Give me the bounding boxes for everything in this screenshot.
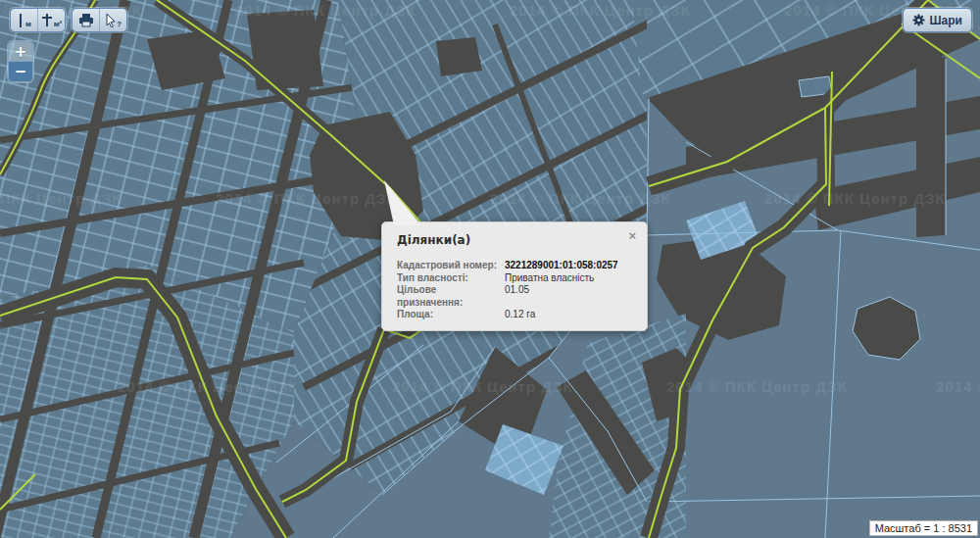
identify-button[interactable]: ? — [99, 9, 126, 31]
svg-text:2014 © ПКК Центр ДЗК: 2014 © ПКК Центр ДЗК — [392, 378, 573, 395]
field-value: 01.05 — [505, 284, 529, 309]
svg-text:2014 © ПКК Центр ДЗК: 2014 © ПКК Центр ДЗК — [490, 190, 671, 207]
field-value: 3221289001:01:058:0257 — [505, 260, 618, 272]
identify-question-mark: ? — [117, 20, 122, 28]
tools-button-group: ? — [72, 8, 127, 32]
svg-text:2014 © ПКК Центр ДЗК: 2014 © ПКК Центр ДЗК — [510, 2, 691, 19]
zoom-out-button[interactable]: − — [8, 62, 33, 82]
measure-length-button[interactable]: м — [11, 9, 37, 31]
scale-indicator: Масштаб = 1 : 8531 — [869, 520, 978, 536]
field-value: 0.12 га — [505, 309, 535, 321]
field-row: Тип власності: Приватна власність — [397, 272, 633, 285]
popup-pointer — [376, 174, 427, 229]
measure-button-group: м м² — [10, 8, 66, 32]
layers-button[interactable]: Шари — [903, 8, 972, 32]
print-button[interactable] — [73, 9, 99, 31]
field-label: Тип власності: — [397, 272, 505, 285]
ruler-area-icon — [41, 13, 53, 28]
zoom-in-button[interactable]: + — [8, 41, 33, 62]
field-row: Цільове призначення: 01.05 — [397, 284, 633, 309]
svg-text:2014 © ПКК Центр ДЗК: 2014 © ПКК Центр ДЗК — [666, 378, 848, 395]
field-row: Кадастровий номер: 3221289001:01:058:025… — [397, 260, 633, 272]
svg-text:2014 © ПКК Центр ДЗК: 2014 © ПКК Центр ДЗК — [118, 378, 299, 395]
ruler-length-icon — [17, 13, 24, 28]
popup-title: Ділянки(а) — [397, 233, 633, 247]
measure-area-button[interactable]: м² — [37, 9, 65, 31]
svg-text:2014 © ПКК Центр ДЗК: 2014 © ПКК Центр ДЗК — [764, 190, 946, 207]
svg-text:2014 © ПКК Центр ДЗК: 2014 © ПКК Центр ДЗК — [235, 2, 416, 19]
printer-icon — [78, 14, 94, 27]
minus-icon: − — [15, 63, 27, 80]
svg-text:2014 © ПКК Центр ДЗК: 2014 © ПКК Центр ДЗК — [0, 190, 122, 207]
field-label: Цільове призначення: — [397, 284, 505, 309]
svg-text:2014 © ПКК Центр ДЗК: 2014 © ПКК Центр ДЗК — [936, 378, 980, 395]
close-icon[interactable]: × — [628, 229, 636, 242]
field-row: Площа: 0.12 га — [397, 309, 633, 321]
field-value: Приватна власність — [505, 272, 594, 285]
map-viewport: 2014 © ПКК Центр ДЗК 2014 © ПКК Центр ДЗ… — [0, 0, 980, 538]
gear-icon — [912, 14, 925, 26]
measure-length-unit: м — [25, 20, 31, 28]
field-label: Площа: — [397, 309, 505, 321]
parcel-fields: Кадастровий номер: 3221289001:01:058:025… — [397, 260, 633, 321]
parcel-info-popup: Ділянки(а) × Кадастровий номер: 32212890… — [381, 221, 648, 331]
svg-text:2014 © ПКК Центр ДЗК: 2014 © ПКК Центр ДЗК — [216, 190, 397, 207]
map-toolbar: м м² ? — [10, 8, 127, 32]
plus-icon: + — [15, 43, 27, 61]
cursor-icon — [105, 13, 116, 27]
measure-area-unit: м² — [54, 20, 63, 28]
layers-button-label: Шари — [930, 14, 962, 27]
zoom-control: + − — [8, 41, 33, 82]
field-label: Кадастровий номер: — [397, 260, 505, 272]
